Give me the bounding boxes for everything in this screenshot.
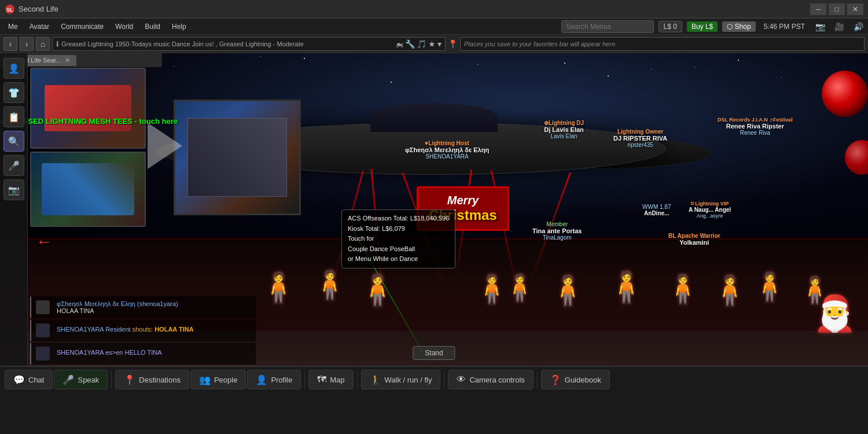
linden-balance: L$ 0 [659,21,682,32]
taskbar: 💬 Chat 🎤 Speak 📍 Destinations 👥 People 👤… [0,366,868,392]
chat-avatar-2 [36,323,50,337]
screen-thumbnail-1 [30,68,146,149]
people-label: People [214,376,237,384]
menubar: Me Avatar Communicate World Build Help L… [0,19,868,35]
walk-label: Walk / run / fly [385,376,432,384]
chat-message-1: φΣheησλ Μεrεληηλ δε Εληη (shenoa1yara) H… [30,296,256,318]
profile-taskbar-button[interactable]: 👤 Profile [247,370,301,389]
forward-button[interactable]: › [20,37,34,51]
sidebar-btn-avatar[interactable]: 👤 [3,58,24,79]
popup-line4: Couple Dance PoseBall [348,244,449,255]
chat-translate-text: SHENOA1YARA es>en HELLO TINA [57,349,161,356]
destinations-taskbar-button[interactable]: 📍 Destinations [115,370,189,389]
chat-name-1: φΣheησλ Μεrεληηλ δε Εληη (shenoa1yara) [57,300,178,307]
viewport: 🧍 🧍 🧍 🧍 🧍 🧍 🧍 🧍 🧍 🧍 🧍 🎅 e GREASED LIGH [0,53,868,366]
menu-build[interactable]: Build [139,20,166,33]
profile-icon: 👤 [256,374,267,385]
search-menus-input[interactable] [561,20,654,33]
star-icon[interactable]: ★ [428,39,436,49]
xmas-merry: Merry [427,194,499,207]
parcel-icon1: 🏍 [395,39,403,49]
svg-text:SL: SL [6,7,13,13]
taskbar-separator-4 [444,371,444,388]
speak-taskbar-button[interactable]: 🎤 Speak [54,370,108,389]
taskbar-separator-2 [304,371,305,388]
dropdown-icon[interactable]: ▾ [437,39,442,49]
popup-info: ACS Offseason Total: L$18,040,596 Kiosk … [341,209,455,269]
chat-avatar-3 [36,347,50,361]
buy-linden-button[interactable]: Buy L$ [687,21,718,32]
sidebar-btn-snapshot[interactable]: 📷 [3,179,24,200]
speak-taskbar-label: Speak [78,376,99,384]
home-button[interactable]: ⌂ [36,37,50,51]
people-taskbar-button[interactable]: 👥 People [190,370,246,389]
walk-taskbar-button[interactable]: 🚶 Walk / run / fly [361,370,441,389]
sidebar-btn-inventory[interactable]: 📋 [3,106,24,127]
map-icon: 🗺 [317,374,326,385]
maximize-button[interactable]: □ [829,3,845,15]
taskbar-separator-3 [357,371,358,388]
menubar-right: L$ 0 Buy L$ ⬡ Shop 5:46 PM PST 📷 🎥 🔊 [561,20,866,33]
ad-arrow [148,123,182,169]
parcel-icon2: 🔧 [405,39,415,49]
sidebar-btn-search[interactable]: 🔍 [3,131,24,152]
camera-icon[interactable]: 📷 [813,21,827,32]
popup-line3: Touch for [348,234,449,244]
sidebar-btn-voice[interactable]: 🎤 [3,155,24,176]
navbar: ‹ › ⌂ ℹ Greased Lightning 1950-Todays mu… [0,35,868,53]
menu-communicate[interactable]: Communicate [55,20,109,33]
destinations-icon: 📍 [124,374,135,385]
menu-me[interactable]: Me [2,20,24,33]
chat-panel: φΣheησλ Μεrεληηλ δε Εληη (shenoa1yara) H… [30,296,256,366]
chat-avatar-1 [36,300,50,314]
screen-thumbnail-2 [30,152,146,227]
minimize-button[interactable]: ─ [810,3,826,15]
stand-button[interactable]: Stand [413,346,455,360]
map-label: Map [330,376,344,384]
chat-text-1: HOLAA TINA [57,307,178,314]
app-title: Second Life [19,5,810,13]
titlebar: SL Second Life ─ □ ✕ [0,0,868,19]
red-arrow-indicator: ← [36,233,52,251]
center-screen [174,100,301,215]
chat-message-3: SHENOA1YARA es>en HELLO TINA [30,343,256,365]
app-icon: SL [5,4,15,14]
parcel-icon3: 🎵 [417,39,426,49]
speak-taskbar-icon: 🎤 [62,374,74,385]
profile-label: Profile [271,376,292,384]
chat-taskbar-icon: 💬 [13,374,25,385]
camera-controls-label: Camera controls [469,376,524,384]
chat-taskbar-label: Chat [28,376,44,384]
favorites-bar: 📍 Places you save to your favorites bar … [448,37,865,51]
guidebook-label: Guidebook [565,376,601,384]
menu-help[interactable]: Help [166,20,192,33]
menu-avatar[interactable]: Avatar [24,20,55,33]
popup-line1: ACS Offseason Total: L$18,040,596 [348,214,449,224]
volume-icon[interactable]: 🔊 [851,21,866,32]
chat-shout-content: HOLAA TINA [155,326,193,333]
camera-controls-button[interactable]: 👁 Camera controls [448,370,533,389]
taskbar-separator-1 [111,371,112,388]
guidebook-button[interactable]: ❓ Guidebook [541,370,610,389]
chat-shout-text: shouts: [133,326,155,333]
location-pin-icon: 📍 [448,39,458,49]
back-button[interactable]: ‹ [3,37,17,51]
close-button[interactable]: ✕ [847,3,863,15]
guidebook-icon: ❓ [550,374,561,385]
address-bar: ℹ Greased Lightning 1950-Todays music Da… [52,37,446,51]
address-icons: 🏍 🔧 🎵 ★ ▾ [395,39,442,49]
menu-world[interactable]: World [109,20,139,33]
map-taskbar-button[interactable]: 🗺 Map [308,370,353,389]
time-display: 5:46 PM PST [760,21,808,32]
chat-message-2: SHENOA1YARA Resident shouts: HOLAA TINA [30,319,256,341]
chat-taskbar-button[interactable]: 💬 Chat [5,370,53,389]
sidebar-btn-appearance[interactable]: 👕 [3,82,24,103]
camera-controls-icon: 👁 [457,374,466,385]
video-icon[interactable]: 🎥 [832,21,847,32]
popup-line5: or Menu While on Dance [348,254,449,264]
tab-close-button[interactable]: ✕ [64,57,71,64]
chat-name-2: SHENOA1YARA Resident [57,326,133,333]
red-ball [822,71,868,117]
sidebar: 👤 👕 📋 🔍 🎤 📷 [0,53,28,366]
shop-button[interactable]: ⬡ Shop [722,21,755,32]
